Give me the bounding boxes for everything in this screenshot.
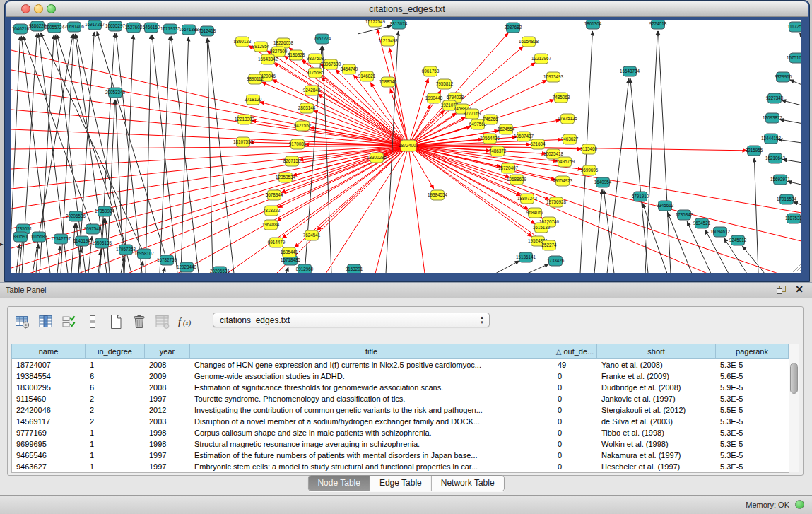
network-node[interactable]: 16094612: [710, 227, 731, 237]
table-cell[interactable]: 5.3E-5: [716, 361, 789, 369]
network-node[interactable]: 8912954: [252, 42, 270, 52]
table-cell[interactable]: Jankovic et al. (1997): [597, 395, 716, 403]
network-node[interactable]: 9329966: [775, 72, 792, 82]
network-edge[interactable]: [408, 146, 550, 199]
network-node[interactable]: 18724007: [399, 140, 419, 151]
network-node[interactable]: 15122549: [365, 20, 386, 27]
network-edge[interactable]: [642, 203, 667, 273]
table-cell[interactable]: Franke et al. (2009): [597, 372, 716, 380]
table-cell[interactable]: 2009: [145, 372, 190, 380]
network-node[interactable]: 17957253: [116, 245, 136, 255]
table-cell[interactable]: Investigating the contribution of common…: [190, 406, 553, 414]
table-selector-dropdown[interactable]: citations_edges.txt ▲▼: [213, 313, 490, 327]
column-header-name[interactable]: name: [12, 344, 86, 358]
network-node[interactable]: 1990448: [425, 93, 443, 103]
table-cell[interactable]: 2: [86, 395, 145, 403]
table-cell[interactable]: Yano et al. (2008): [597, 361, 716, 369]
window-titlebar[interactable]: citations_edges.txt: [6, 1, 808, 17]
delete-table-icon[interactable]: [153, 313, 172, 331]
network-node[interactable]: 1117253: [787, 22, 801, 32]
table-cell[interactable]: Genome-wide association studies in ADHD.: [190, 372, 553, 380]
select-all-rows-icon[interactable]: [60, 313, 78, 331]
tab-edge-table[interactable]: Edge Table: [370, 476, 432, 491]
network-canvas[interactable]: 1646216988622020055724206914061691721710…: [11, 20, 801, 273]
network-node[interactable]: 9699695: [581, 165, 599, 175]
network-node[interactable]: 1527602: [125, 23, 143, 33]
network-node[interactable]: 9245012: [729, 235, 747, 245]
network-edge[interactable]: [286, 267, 288, 273]
network-edge[interactable]: [181, 37, 189, 273]
network-node[interactable]: 10607487: [514, 132, 534, 141]
network-node[interactable]: 9684067: [526, 208, 544, 218]
network-node[interactable]: 17975125: [558, 114, 578, 124]
network-node[interactable]: 16958107: [134, 249, 155, 259]
network-node[interactable]: 10688609: [507, 175, 527, 185]
network-node[interactable]: 391591: [13, 232, 28, 242]
table-cell[interactable]: Dudbridge et al. (2008): [597, 383, 716, 392]
network-edge[interactable]: [779, 119, 801, 124]
table-cell[interactable]: 14569117: [12, 417, 86, 426]
table-cell[interactable]: 9465546: [12, 451, 86, 460]
network-node[interactable]: 9242848: [303, 86, 321, 95]
table-row[interactable]: 946362711997Embryonic stem cells: a mode…: [12, 461, 789, 472]
table-cell[interactable]: 0: [553, 383, 597, 392]
network-node[interactable]: 1640954: [594, 177, 612, 187]
network-node[interactable]: 9153201: [346, 264, 363, 273]
table-cell[interactable]: 22420046: [12, 406, 86, 414]
tab-node-table[interactable]: Node Table: [308, 476, 370, 491]
table-cell[interactable]: 1998: [145, 440, 190, 448]
table-row[interactable]: 969969511998Structural magnetic resonanc…: [12, 438, 789, 450]
column-header-pagerank[interactable]: pagerank: [716, 344, 789, 358]
table-row[interactable]: 1872400712008Changes of HCN gene express…: [12, 359, 789, 370]
network-edge[interactable]: [799, 33, 801, 45]
network-node[interactable]: 11215498: [378, 36, 398, 46]
table-cell[interactable]: 5.3E-5: [716, 440, 789, 448]
network-node[interactable]: 5678344: [266, 190, 283, 200]
network-edge[interactable]: [408, 146, 747, 151]
network-node[interactable]: 20053346: [105, 88, 126, 98]
network-edge[interactable]: [97, 32, 167, 260]
network-node[interactable]: 9427552: [294, 121, 312, 131]
network-edge[interactable]: [160, 36, 170, 273]
table-cell[interactable]: Hescheler et al. (1997): [597, 462, 716, 471]
network-node[interactable]: 9170081: [289, 139, 307, 149]
network-node[interactable]: 20691406: [64, 22, 85, 32]
network-node[interactable]: 7957224: [314, 34, 331, 44]
table-cell[interactable]: 1997: [145, 395, 190, 403]
network-edge[interactable]: [782, 100, 801, 107]
network-node[interactable]: 9224018: [649, 20, 667, 29]
table-cell[interactable]: 1: [86, 440, 145, 448]
table-cell[interactable]: 9463627: [12, 462, 86, 471]
network-node[interactable]: 8454749: [341, 64, 358, 74]
network-node[interactable]: 9097548: [84, 224, 102, 234]
table-row[interactable]: 2242004622012Investigating the contribut…: [12, 404, 789, 416]
network-node[interactable]: 16917217: [85, 20, 105, 30]
network-node[interactable]: 8860123: [234, 37, 252, 47]
network-node[interactable]: 16154808: [519, 37, 539, 47]
network-node[interactable]: 7955812: [436, 79, 454, 89]
network-edge[interactable]: [408, 146, 801, 241]
network-node[interactable]: 1115683: [30, 232, 47, 242]
table-cell[interactable]: 0: [553, 372, 597, 380]
network-node[interactable]: 1624554: [498, 124, 515, 134]
network-node[interactable]: 6466160: [143, 23, 160, 33]
table-cell[interactable]: 5.3E-5: [716, 451, 789, 460]
table-cell[interactable]: Tibbo et al. (1998): [597, 428, 716, 437]
table-cell[interactable]: 2: [86, 406, 145, 414]
table-cell[interactable]: 1997: [145, 451, 190, 460]
tab-network-table[interactable]: Network Table: [432, 476, 504, 491]
table-cell[interactable]: Stergiakouli et al. (2012): [597, 406, 716, 414]
network-node[interactable]: 19384554: [428, 190, 448, 200]
table-cell[interactable]: 1997: [145, 462, 190, 471]
table-row[interactable]: 1830029562008Estimation of significance …: [12, 382, 789, 393]
network-node[interactable]: 20055724: [45, 23, 65, 33]
table-cell[interactable]: 2012: [145, 406, 190, 414]
table-cell[interactable]: 9777169: [12, 428, 86, 437]
network-node[interactable]: 16782759: [157, 255, 177, 265]
network-edge[interactable]: [124, 35, 134, 273]
network-node[interactable]: 1964884: [262, 220, 280, 230]
table-cell[interactable]: 5.6E-5: [716, 372, 789, 380]
network-node[interactable]: 1635441: [281, 247, 298, 257]
table-scrollbar-thumb[interactable]: [790, 363, 798, 394]
delete-column-icon[interactable]: [130, 313, 148, 331]
